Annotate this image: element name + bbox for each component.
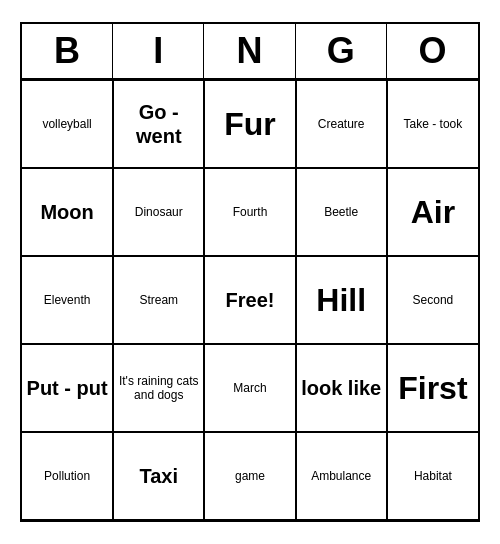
cell-r0-c1: Go - went [113,80,204,168]
cell-r2-c1: Stream [113,256,204,344]
cell-r4-c0: Pollution [22,432,113,520]
cell-r1-c2: Fourth [204,168,295,256]
cell-r0-c3: Creature [296,80,387,168]
cell-r4-c4: Habitat [387,432,478,520]
header-letter-g: G [296,24,387,78]
cell-r2-c0: Eleventh [22,256,113,344]
cell-r3-c1: It's raining cats and dogs [113,344,204,432]
cell-r0-c2: Fur [204,80,295,168]
cell-r0-c4: Take - took [387,80,478,168]
cell-r4-c2: game [204,432,295,520]
cell-r1-c4: Air [387,168,478,256]
cell-r0-c0: volleyball [22,80,113,168]
header-letter-n: N [204,24,295,78]
bingo-card: BINGO volleyballGo - wentFurCreatureTake… [20,22,480,522]
header-letter-b: B [22,24,113,78]
header-letter-o: O [387,24,478,78]
cell-r1-c0: Moon [22,168,113,256]
cell-r1-c1: Dinosaur [113,168,204,256]
cell-r4-c1: Taxi [113,432,204,520]
header-letter-i: I [113,24,204,78]
cell-r2-c4: Second [387,256,478,344]
bingo-header: BINGO [22,24,478,80]
bingo-grid: volleyballGo - wentFurCreatureTake - too… [22,80,478,520]
cell-r3-c4: First [387,344,478,432]
cell-r3-c0: Put - put [22,344,113,432]
cell-r2-c2: Free! [204,256,295,344]
cell-r4-c3: Ambulance [296,432,387,520]
cell-r3-c2: March [204,344,295,432]
cell-r3-c3: look like [296,344,387,432]
cell-r1-c3: Beetle [296,168,387,256]
cell-r2-c3: Hill [296,256,387,344]
